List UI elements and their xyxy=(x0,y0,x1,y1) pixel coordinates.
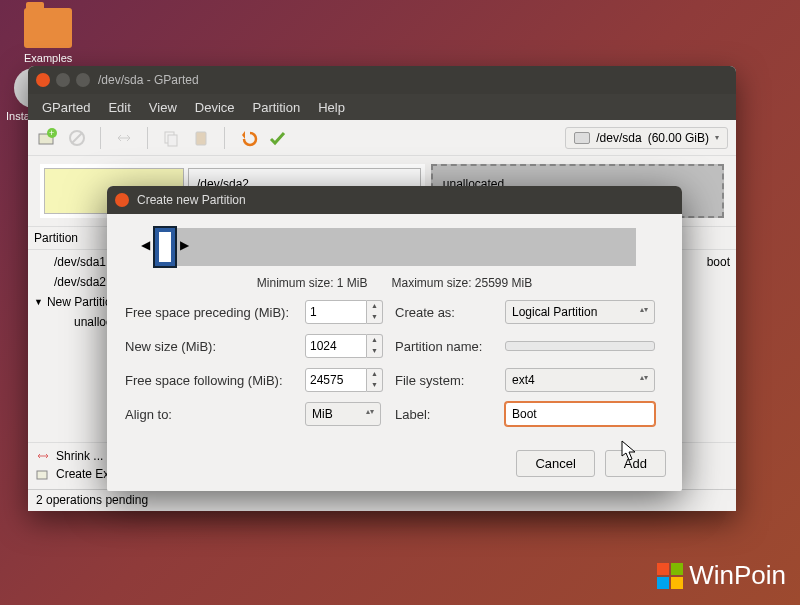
label-input[interactable] xyxy=(505,402,655,426)
toolbar: + /dev/sda (60.00 GiB) ▾ xyxy=(28,120,736,156)
free-preceding-input[interactable]: ▲▼ xyxy=(305,300,395,324)
svg-rect-8 xyxy=(37,471,47,479)
device-selector[interactable]: /dev/sda (60.00 GiB) ▾ xyxy=(565,127,728,149)
filesystem-combo[interactable]: ext4▴▾ xyxy=(505,368,655,392)
titlebar: /dev/sda - GParted xyxy=(28,66,736,94)
disk-icon xyxy=(574,132,590,144)
watermark: WinPoin xyxy=(657,560,786,591)
dialog-title: Create new Partition xyxy=(137,193,246,207)
menu-device[interactable]: Device xyxy=(187,96,243,119)
apply-icon[interactable] xyxy=(267,127,289,149)
device-size: (60.00 GiB) xyxy=(648,131,709,145)
menu-gparted[interactable]: GParted xyxy=(34,96,98,119)
free-following-input[interactable]: ▲▼ xyxy=(305,368,395,392)
windows-logo-icon xyxy=(657,563,683,589)
undo-icon[interactable] xyxy=(237,127,259,149)
create-as-combo[interactable]: Logical Partition▴▾ xyxy=(505,300,655,324)
svg-rect-6 xyxy=(168,135,177,146)
menu-help[interactable]: Help xyxy=(310,96,353,119)
statusbar: 2 operations pending xyxy=(28,489,736,511)
window-close-button[interactable] xyxy=(36,73,50,87)
create-as-label: Create as: xyxy=(395,305,505,320)
new-size-label: New size (MiB): xyxy=(125,339,305,354)
delete-icon xyxy=(66,127,88,149)
window-maximize-button[interactable] xyxy=(76,73,90,87)
resize-op-icon xyxy=(36,449,50,463)
create-partition-dialog: Create new Partition Minimum size: 1 MiB… xyxy=(107,186,682,491)
new-partition-icon[interactable]: + xyxy=(36,127,58,149)
chevron-updown-icon: ▴▾ xyxy=(640,305,648,319)
copy-icon xyxy=(160,127,182,149)
partition-name-label: Partition name: xyxy=(395,339,505,354)
slider-handle[interactable] xyxy=(153,226,177,268)
align-to-combo[interactable]: MiB▴▾ xyxy=(305,402,381,426)
new-size-input[interactable]: ▲▼ xyxy=(305,334,395,358)
menu-edit[interactable]: Edit xyxy=(100,96,138,119)
window-minimize-button[interactable] xyxy=(56,73,70,87)
desktop-folder-examples[interactable]: Examples xyxy=(24,8,72,64)
partition-name-input xyxy=(505,341,655,351)
svg-text:+: + xyxy=(49,128,54,138)
free-following-label: Free space following (MiB): xyxy=(125,373,305,388)
label-label: Label: xyxy=(395,407,505,422)
resize-icon xyxy=(113,127,135,149)
dialog-titlebar: Create new Partition xyxy=(107,186,682,214)
add-button[interactable]: Add xyxy=(605,450,666,477)
chevron-down-icon: ▾ xyxy=(715,133,719,142)
menu-view[interactable]: View xyxy=(141,96,185,119)
max-size-label: Maximum size: 25599 MiB xyxy=(391,276,532,290)
window-title: /dev/sda - GParted xyxy=(98,73,199,87)
cancel-button[interactable]: Cancel xyxy=(516,450,594,477)
device-name: /dev/sda xyxy=(596,131,641,145)
folder-icon xyxy=(24,8,72,48)
filesystem-label: File system: xyxy=(395,373,505,388)
expand-triangle-icon[interactable]: ▼ xyxy=(34,297,43,307)
size-slider[interactable] xyxy=(153,228,636,266)
align-to-label: Align to: xyxy=(125,407,305,422)
spin-up-icon: ▲ xyxy=(367,301,382,312)
menu-partition[interactable]: Partition xyxy=(245,96,309,119)
create-op-icon xyxy=(36,467,50,481)
paste-icon xyxy=(190,127,212,149)
desktop-icon-label: Examples xyxy=(24,52,72,64)
free-preceding-label: Free space preceding (MiB): xyxy=(125,305,305,320)
dialog-close-button[interactable] xyxy=(115,193,129,207)
spin-down-icon: ▼ xyxy=(367,312,382,323)
menubar: GParted Edit View Device Partition Help xyxy=(28,94,736,120)
svg-rect-7 xyxy=(196,132,206,145)
min-size-label: Minimum size: 1 MiB xyxy=(257,276,368,290)
svg-line-4 xyxy=(72,133,82,143)
